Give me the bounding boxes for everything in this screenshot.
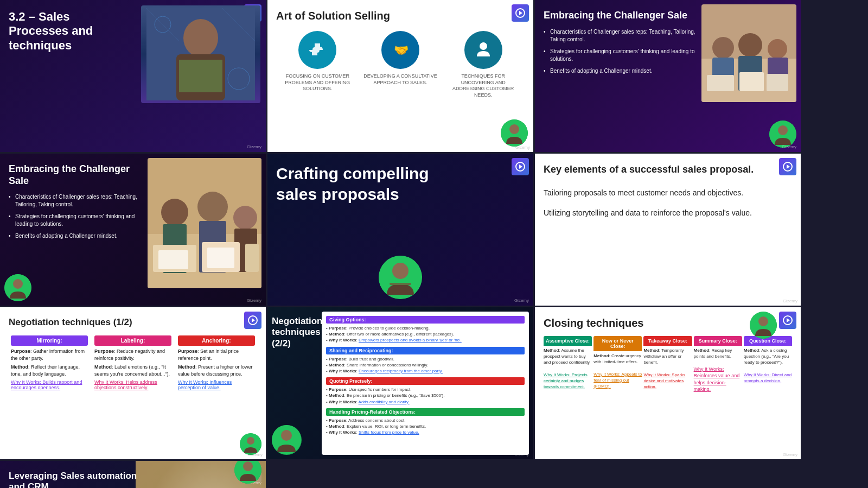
closing-takeaway: Takeaway Close: Method: Temporarily with… — [643, 336, 692, 393]
gizmo-label-7: Gizemy — [248, 452, 263, 457]
crafting-title-text: Crafting compelling sales proposals — [276, 164, 429, 203]
photo-placeholder-4 — [148, 158, 261, 288]
neg-link-l: Why It Works: Helps address objections c… — [94, 379, 171, 390]
slide-crm: Q1 Q2 Q3 Leveraging Sales automation and… — [0, 461, 266, 488]
icon-caption-1: FOCUSING ON CUSTOMER PROBLEMS AND OFFERI… — [280, 73, 355, 92]
person-icon — [464, 31, 502, 69]
neg-col-labeling: Labeling: Purpose: Reduce negativity and… — [92, 333, 174, 392]
svg-point-51 — [392, 263, 409, 279]
closing-grid: Assumptive Close: Method: Assume the pro… — [544, 336, 792, 393]
slide-4-content: Embracing the Challenger Sale Characteri… — [9, 163, 144, 240]
neg2-content-box: Giving Options: • Purpose: Provide choic… — [322, 312, 529, 455]
neg-item-l2: Method: Label emotions (e.g., "It seems … — [94, 364, 171, 377]
slide-negotiation-2: Negotiation techniques (2/2) Giving Opti… — [267, 307, 533, 459]
slide-negotiation-1: Negotiation techniques (1/2) Mirroring: … — [0, 307, 266, 459]
avatar-area-8 — [272, 425, 302, 455]
svg-point-82 — [243, 461, 253, 471]
slide-5-title: Crafting compelling sales proposals — [276, 163, 439, 204]
gizmo-label-1: Gizemy — [247, 144, 261, 149]
photo-placeholder-3 — [701, 4, 796, 102]
slide-embracing-challenger-bottom: Embracing the Challenger Sale Characteri… — [0, 154, 266, 306]
bullet-3-2: Strategies for challenging customers' th… — [544, 48, 695, 63]
svg-rect-28 — [767, 74, 788, 91]
slide-6-body2: Utilizing storytelling and data to reinf… — [544, 207, 792, 219]
svg-point-37 — [197, 192, 228, 222]
slide-3-title: Embracing the Challenger Sale — [544, 10, 695, 22]
icon-caption-2: DEVELOPING A CONSULTATIVE APPROACH TO SA… — [363, 73, 437, 86]
neg2-body-giving: • Purpose: Provide choices to guide deci… — [326, 325, 525, 344]
avatar-area-7 — [240, 433, 261, 455]
closing-assumptive: Assumptive Close: Method: Assume the pro… — [544, 336, 592, 393]
neg2-header-handling: Handling Pricing-Related Objections: — [326, 408, 525, 416]
svg-rect-43 — [245, 244, 259, 272]
avatar-area-5 — [379, 256, 422, 299]
slide-closing: Closing techniques Assumptive Close: Met… — [535, 307, 801, 459]
presenter-avatar-2 — [501, 119, 528, 147]
presenter-avatar-3 — [769, 121, 796, 148]
svg-point-47 — [13, 279, 23, 289]
logo-badge-6 — [779, 158, 796, 175]
gizmo-label-6: Gizemy — [783, 299, 797, 303]
closing-body-nowornever: Method: Create urgency with limited-time… — [593, 353, 642, 389]
logo-badge-2 — [512, 4, 529, 22]
svg-point-62 — [281, 430, 292, 441]
gizmo-label-5: Gizemy — [514, 298, 529, 303]
neg-table-1: Mirroring: Purpose: Gather information f… — [9, 333, 257, 392]
slide-4-title: Embracing the Challenger Sale — [9, 163, 144, 187]
svg-marker-56 — [252, 318, 255, 322]
neg2-header-giving: Giving Options: — [326, 316, 525, 324]
slide-sales-processes: 3.2 – Sales Processes and techniques Giz… — [0, 0, 266, 152]
icon-item-2: 🤝 DEVELOPING A CONSULTATIVE APPROACH TO … — [363, 31, 437, 99]
bullet-3-3: Benefits of adopting a Challenger mindse… — [544, 67, 695, 75]
neg2-giving: Giving Options: • Purpose: Provide choic… — [326, 316, 525, 344]
presenter-avatar-7 — [240, 433, 261, 455]
bullet-list-4: Characteristics of Challenger sales reps… — [9, 193, 144, 240]
svg-point-20 — [712, 37, 734, 59]
neg-link-m: Why It Works: Builds rapport and encoura… — [11, 379, 88, 390]
slide-2-title: Art of Solution Selling — [276, 10, 525, 22]
slide-6-body1: Tailoring proposals to meet customer nee… — [544, 187, 792, 199]
svg-point-58 — [247, 437, 254, 445]
bullet-4-2: Strategies for challenging customers' th… — [9, 213, 144, 228]
logo-badge-5 — [512, 158, 529, 175]
svg-rect-26 — [707, 75, 734, 91]
svg-point-35 — [161, 199, 188, 226]
slide-8-title-area: Negotiation techniques (2/2) — [272, 316, 323, 349]
presenter-avatar-8 — [272, 425, 302, 455]
gizmo-label-9: Gizemy — [783, 452, 797, 457]
bullet-4-3: Benefits of adopting a Challenger mindse… — [9, 232, 144, 240]
svg-rect-5 — [179, 60, 222, 92]
svg-marker-64 — [787, 318, 790, 322]
gizmo-label-2: Gizemy — [515, 145, 530, 150]
slide-1-title: 3.2 – Sales Processes and techniques — [9, 10, 117, 53]
svg-marker-49 — [519, 164, 522, 169]
logo-badge-7 — [244, 312, 261, 329]
neg2-quoting: Quoting Precisely: • Purpose: Use specif… — [326, 377, 525, 405]
bullet-3-1: Characteristics of Challenger sales reps… — [544, 28, 695, 43]
icons-row: FOCUSING ON CUSTOMER PROBLEMS AND OFFERI… — [276, 31, 525, 99]
presenter-avatar-9 — [750, 312, 777, 339]
presenter-avatar-4 — [4, 274, 31, 301]
slide-art-solution: Art of Solution Selling FOCUSING ON CUST… — [267, 0, 533, 152]
neg2-body-sharing: • Purpose: Build trust and goodwill. • M… — [326, 356, 525, 375]
neg2-header-sharing: Sharing and Reciprocating: — [326, 347, 525, 354]
neg-item-a2: Method: Present a higher or lower value … — [178, 364, 255, 377]
closing-body-takeaway: Method: Temporarily withdraw an offer or… — [643, 347, 692, 390]
neg-link-a: Why It Works: Influences perception of v… — [178, 379, 255, 390]
svg-point-3 — [183, 19, 218, 57]
logo-badge-9 — [779, 312, 796, 329]
neg-header-anchoring: Anchoring: — [178, 335, 255, 346]
neg-item-m2: Method: Reflect their language, tone, an… — [11, 364, 88, 377]
closing-summary: Summary Close: Method: Recap key points … — [694, 336, 742, 393]
slide-10-content: Leveraging Sales automation and CRM The … — [9, 471, 150, 488]
svg-point-15 — [509, 124, 519, 134]
closing-header-assumptive: Assumptive Close: — [544, 336, 592, 346]
bullet-list-3: Characteristics of Challenger sales reps… — [544, 28, 695, 75]
svg-marker-11 — [519, 11, 522, 15]
neg-item-m1: Purpose: Gather information from the oth… — [11, 348, 88, 362]
slide-8-title: Negotiation techniques (2/2) — [272, 316, 323, 349]
slide-10-title: Leveraging Sales automation and CRM — [9, 471, 150, 488]
closing-body-question: Method: Ask a closing question (e.g., "A… — [744, 347, 792, 384]
gizmo-label-3: Gizemy — [782, 144, 796, 149]
closing-header-takeaway: Takeaway Close: — [643, 336, 692, 346]
